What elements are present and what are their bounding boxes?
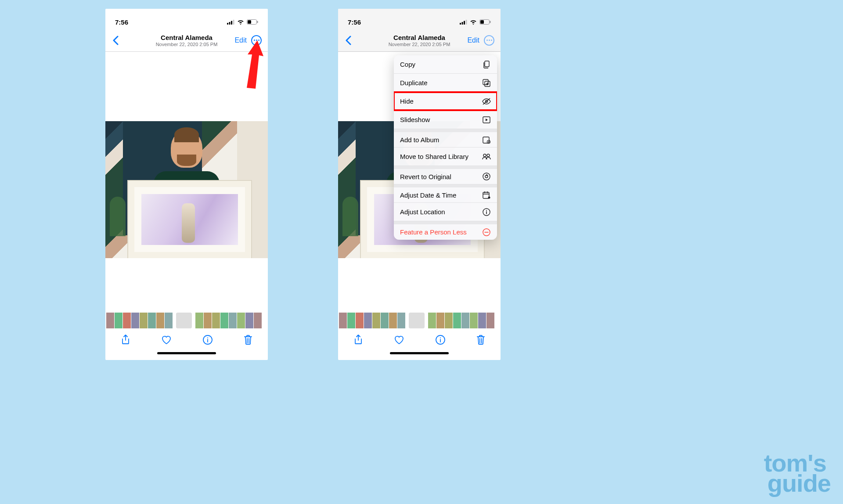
svg-rect-15: [480, 20, 484, 24]
more-actions-button[interactable]: [484, 35, 494, 46]
watermark-line2: guide: [767, 469, 831, 497]
menu-item-label: Adjust Date & Time: [400, 191, 456, 199]
edit-button[interactable]: Edit: [467, 36, 479, 44]
svg-rect-0: [227, 23, 228, 25]
menu-item-label: Hide: [400, 97, 414, 105]
status-time: 7:56: [348, 18, 361, 26]
eye-slash-icon: [482, 97, 491, 106]
back-button[interactable]: [342, 34, 354, 47]
status-bar: 7:56: [338, 9, 501, 29]
trash-icon[interactable]: [244, 335, 252, 345]
bottom-toolbar: [338, 330, 501, 349]
battery-icon: [479, 19, 491, 25]
copy-icon: [482, 60, 491, 69]
battery-icon: [247, 19, 258, 25]
menu-item-copy[interactable]: Copy: [394, 55, 497, 74]
thumbnail-strip[interactable]: [338, 311, 501, 330]
back-button[interactable]: [110, 34, 121, 47]
menu-item-feature-less[interactable]: Feature a Person Less: [394, 221, 497, 240]
status-icons: [460, 19, 491, 25]
menu-item-duplicate[interactable]: Duplicate: [394, 74, 497, 92]
svg-rect-6: [257, 21, 258, 23]
actions-menu: CopyDuplicateHideSlideshowAdd to AlbumMo…: [394, 55, 497, 240]
svg-rect-1: [229, 22, 231, 25]
watermark-logo: tom's guide: [764, 453, 831, 493]
menu-item-label: Slideshow: [400, 116, 430, 123]
album-add-icon: [482, 135, 491, 144]
menu-item-adjust-datetime[interactable]: Adjust Date & Time: [394, 184, 497, 203]
people-icon: [482, 152, 491, 161]
revert-icon: [482, 172, 491, 181]
favorite-icon[interactable]: [394, 335, 404, 345]
calendar-icon: [482, 191, 491, 199]
home-indicator[interactable]: [105, 349, 268, 360]
home-indicator[interactable]: [338, 349, 501, 360]
svg-point-27: [487, 154, 490, 157]
play-rect-icon: [482, 115, 491, 124]
menu-item-label: Copy: [400, 61, 415, 68]
svg-point-30: [488, 197, 490, 199]
menu-item-label: Add to Album: [400, 136, 439, 144]
ellipsis-icon: [486, 40, 492, 41]
svg-rect-24: [483, 137, 489, 143]
status-bar: 7:56: [105, 9, 268, 29]
date-subtitle: November 22, 2020 2:05 PM: [389, 42, 450, 47]
svg-rect-10: [460, 23, 461, 25]
svg-point-18: [440, 337, 440, 338]
ellipsis-icon: [254, 40, 259, 41]
svg-point-32: [486, 210, 487, 211]
share-icon[interactable]: [121, 335, 130, 345]
svg-rect-12: [464, 21, 465, 25]
photo-main: [105, 121, 268, 258]
thumbnail-selected[interactable]: [176, 313, 192, 328]
location-title: Central Alameda: [156, 34, 218, 41]
share-icon[interactable]: [354, 335, 363, 345]
svg-point-28: [483, 173, 490, 180]
menu-item-add-album[interactable]: Add to Album: [394, 129, 497, 148]
nav-bar: Central Alameda November 22, 2020 2:05 P…: [338, 29, 501, 52]
menu-item-revert[interactable]: Revert to Original: [394, 166, 497, 184]
edit-button[interactable]: Edit: [234, 36, 247, 44]
svg-rect-16: [490, 21, 491, 23]
wifi-icon: [470, 19, 477, 25]
nav-title: Central Alameda November 22, 2020 2:05 P…: [389, 34, 450, 47]
menu-item-label: Duplicate: [400, 79, 428, 86]
info-icon: [482, 208, 491, 216]
more-actions-button[interactable]: [251, 35, 262, 46]
menu-item-hide[interactable]: Hide: [394, 92, 497, 111]
location-title: Central Alameda: [389, 34, 450, 41]
nav-title: Central Alameda November 22, 2020 2:05 P…: [156, 34, 218, 47]
menu-item-label: Revert to Original: [400, 173, 451, 180]
phone-right: 7:56 Central Alameda November 22, 2020 2…: [338, 9, 501, 360]
duplicate-icon: [482, 79, 491, 87]
svg-rect-19: [485, 61, 489, 67]
signal-icon: [460, 20, 467, 25]
svg-rect-2: [231, 21, 232, 25]
status-icons: [227, 19, 258, 25]
menu-item-adjust-location[interactable]: Adjust Location: [394, 203, 497, 221]
menu-item-move-shared[interactable]: Move to Shared Library: [394, 148, 497, 166]
signal-icon: [227, 20, 234, 25]
photo-viewer[interactable]: [105, 52, 268, 311]
minus-circle-icon: [482, 228, 491, 237]
nav-bar: Central Alameda November 22, 2020 2:05 P…: [105, 29, 268, 52]
phone-left: 7:56 Central Alameda November 22, 2020 2…: [105, 9, 268, 360]
svg-point-26: [483, 154, 486, 157]
svg-rect-13: [466, 20, 467, 25]
thumbnail-selected[interactable]: [409, 313, 425, 328]
menu-item-label: Move to Shared Library: [400, 153, 468, 160]
favorite-icon[interactable]: [161, 335, 172, 345]
info-icon[interactable]: [436, 335, 445, 345]
svg-rect-3: [233, 20, 234, 25]
menu-item-label: Feature a Person Less: [400, 228, 467, 236]
info-icon[interactable]: [203, 335, 213, 345]
bottom-toolbar: [105, 330, 268, 349]
menu-item-slideshow[interactable]: Slideshow: [394, 111, 497, 129]
svg-rect-5: [248, 20, 251, 24]
svg-point-8: [207, 337, 208, 338]
date-subtitle: November 22, 2020 2:05 PM: [156, 42, 218, 47]
trash-icon[interactable]: [476, 335, 485, 345]
svg-rect-11: [462, 22, 463, 25]
thumbnail-strip[interactable]: [105, 311, 268, 330]
menu-item-label: Adjust Location: [400, 208, 445, 216]
